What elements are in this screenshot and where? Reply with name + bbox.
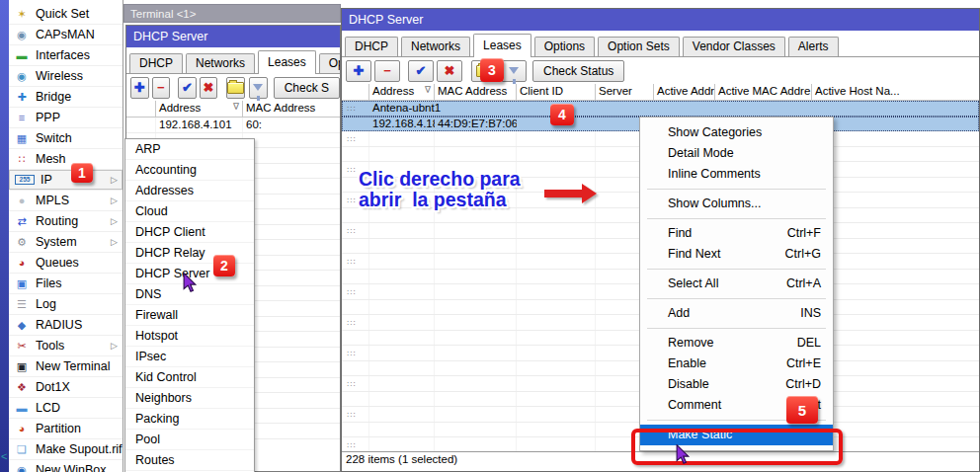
tab-option-sets[interactable]: Option Sets xyxy=(598,37,680,56)
add-button[interactable]: ✚ xyxy=(346,60,371,82)
ip-submenu-item-routes[interactable]: Routes xyxy=(125,450,254,471)
sidebar-item-routing[interactable]: ⇄Routing▷ xyxy=(9,211,122,232)
column-header-label: Active Address xyxy=(657,85,715,100)
step-badge-3: 3 xyxy=(480,58,504,82)
sidebar-item-bridge[interactable]: ✚Bridge xyxy=(9,87,122,108)
ip-submenu-item-pool[interactable]: Pool xyxy=(125,430,254,450)
table-cell xyxy=(812,117,979,132)
disable-button[interactable]: ✖ xyxy=(437,60,462,82)
column-header-mac-address[interactable]: MAC Address xyxy=(243,101,341,118)
ip-submenu-item-accounting[interactable]: Accounting xyxy=(125,160,254,181)
context-menu-item-detail-mode[interactable]: Detail Mode xyxy=(640,143,833,164)
tab-options[interactable]: Options xyxy=(534,37,595,56)
context-menu-item-select-all[interactable]: Select AllCtrl+A xyxy=(640,274,833,294)
sidebar-item-log[interactable]: ☰Log xyxy=(9,294,122,315)
table-cell: ::: xyxy=(342,223,369,238)
column-header-active-address[interactable]: Active Address xyxy=(654,84,715,101)
sidebar-item-lcd[interactable]: ▬LCD xyxy=(9,398,122,419)
sidebar-item-capsman[interactable]: ◉CAPsMAN xyxy=(9,25,122,45)
context-menu-item-disable[interactable]: DisableCtrl+D xyxy=(640,374,833,395)
remove-button[interactable]: − xyxy=(374,60,400,82)
table-cell xyxy=(517,423,596,437)
sidebar-item-files[interactable]: ▣Files xyxy=(9,274,122,294)
check-status-button[interactable]: Check Status xyxy=(532,60,624,82)
sidebar-item-mpls[interactable]: ●MPLS▷ xyxy=(9,191,122,211)
context-menu-item-inline-comments[interactable]: Inline Comments xyxy=(640,164,833,185)
context-menu-item-find[interactable]: FindCtrl+F xyxy=(640,223,833,244)
sidebar-item-queues[interactable]: ◕Queues xyxy=(9,253,122,274)
tab-leases[interactable]: Leases xyxy=(473,34,531,57)
menu-item-label: Remove xyxy=(668,333,714,354)
sidebar-item-dot1x[interactable]: ❖Dot1X xyxy=(9,377,122,398)
column-header-client-id[interactable]: Client ID xyxy=(517,84,596,101)
ip-submenu-item-arp[interactable]: ARP xyxy=(125,139,254,160)
ip-submenu-item-kid-control[interactable]: Kid Control xyxy=(125,367,254,388)
context-menu-item-remove[interactable]: RemoveDEL xyxy=(640,333,833,354)
lease-comment-row[interactable]: :::Antena-ubnt1 xyxy=(342,101,979,117)
context-menu-item-add[interactable]: AddINS xyxy=(640,303,833,324)
tab-networks[interactable]: Networks xyxy=(401,37,470,56)
ip-submenu-item-packing[interactable]: Packing xyxy=(125,409,254,430)
tab-networks[interactable]: Networks xyxy=(186,53,255,73)
enable-button[interactable]: ✔ xyxy=(178,77,197,99)
tab-vendor-classes[interactable]: Vendor Classes xyxy=(683,37,785,56)
tab-alerts[interactable]: Alerts xyxy=(788,37,839,56)
sidebar-item-partition[interactable]: ◕Partition xyxy=(9,419,122,439)
ip-submenu-item-addresses[interactable]: Addresses xyxy=(125,181,254,201)
sidebar-item-new-winbox[interactable]: ◉New WinBox xyxy=(9,460,122,472)
terminal-window-titlebar[interactable]: Terminal <1> xyxy=(123,4,341,23)
sidebar-item-ip[interactable]: 255IP▷ xyxy=(9,170,122,191)
ip-submenu-item-hotspot[interactable]: Hotspot xyxy=(125,326,254,347)
filter-button[interactable] xyxy=(249,77,268,99)
column-header-server[interactable]: Server xyxy=(596,84,654,101)
sidebar-item-mesh[interactable]: ∷Mesh xyxy=(9,149,122,170)
sidebar-item-new-terminal[interactable]: ▣New Terminal xyxy=(9,356,122,377)
bg-window-titlebar[interactable]: DHCP Server xyxy=(126,26,340,47)
disable-button[interactable]: ✖ xyxy=(200,77,218,99)
ip-submenu-item-firewall[interactable]: Firewall xyxy=(125,305,254,326)
sidebar-item-tools[interactable]: ✂Tools▷ xyxy=(9,336,122,356)
lcd-icon: ▬ xyxy=(14,402,30,414)
column-header-mac-address[interactable]: MAC Address xyxy=(435,84,517,101)
submenu-arrow-icon: ▷ xyxy=(111,341,118,351)
sidebar-item-interfaces[interactable]: ▬Interfaces xyxy=(9,45,122,66)
tab-dhcp[interactable]: DHCP xyxy=(129,53,183,73)
remove-button[interactable]: − xyxy=(152,77,171,99)
ip-submenu-item-ipsec[interactable]: IPsec xyxy=(125,347,254,367)
context-menu-item-enable[interactable]: EnableCtrl+E xyxy=(640,354,833,374)
main-window-titlebar[interactable]: DHCP Server xyxy=(342,9,979,31)
table-cell xyxy=(243,378,340,393)
table-cell: ::: xyxy=(342,315,369,330)
column-header-active-mac-addre[interactable]: Active MAC Addre... xyxy=(715,84,812,101)
tab-dhcp[interactable]: DHCP xyxy=(345,37,398,56)
ip-submenu-item-neighbors[interactable]: Neighbors xyxy=(125,388,254,409)
sidebar-item-quick-set[interactable]: ✶Quick Set xyxy=(9,4,122,25)
tab-leases[interactable]: Leases xyxy=(258,50,316,74)
filter-button[interactable] xyxy=(501,60,527,82)
column-header-address[interactable]: Address∇ xyxy=(156,101,243,118)
column-header-row-number[interactable] xyxy=(126,101,156,118)
check-status-button[interactable]: Check S xyxy=(274,77,340,99)
tab-options[interactable]: Options xyxy=(319,53,341,73)
context-menu-item-show-columns[interactable]: Show Columns... xyxy=(640,194,833,214)
context-menu-item-show-categories[interactable]: Show Categories xyxy=(640,122,833,143)
table-cell xyxy=(369,131,435,146)
enable-button[interactable]: ✔ xyxy=(408,60,434,82)
context-menu-item-find-next[interactable]: Find NextCtrl+G xyxy=(640,244,833,265)
sidebar-item-switch[interactable]: ▦Switch xyxy=(9,128,122,149)
add-button[interactable]: ✚ xyxy=(130,77,149,99)
sidebar-item-radius[interactable]: ◆RADIUS xyxy=(9,315,122,336)
lease-row[interactable]: 192.168.4.10160: xyxy=(126,118,340,133)
column-header-active-host-na[interactable]: Active Host Na... xyxy=(812,84,980,101)
sidebar-item-label: System xyxy=(36,235,77,249)
sidebar-item-ppp[interactable]: ≡PPP xyxy=(9,108,122,128)
table-cell xyxy=(517,239,596,254)
column-header-address[interactable]: Address∇ xyxy=(369,84,435,101)
comment-button[interactable] xyxy=(226,77,245,99)
ip-submenu-item-dhcp-client[interactable]: DHCP Client xyxy=(125,222,254,243)
ip-submenu-item-cloud[interactable]: Cloud xyxy=(125,201,254,222)
column-header-row-number[interactable] xyxy=(342,84,369,101)
sidebar-item-system[interactable]: ⚙System▷ xyxy=(9,232,122,253)
sidebar-item-make-supout-rif[interactable]: ❏Make Supout.rif xyxy=(9,439,122,460)
sidebar-item-wireless[interactable]: ◉Wireless xyxy=(9,66,122,87)
